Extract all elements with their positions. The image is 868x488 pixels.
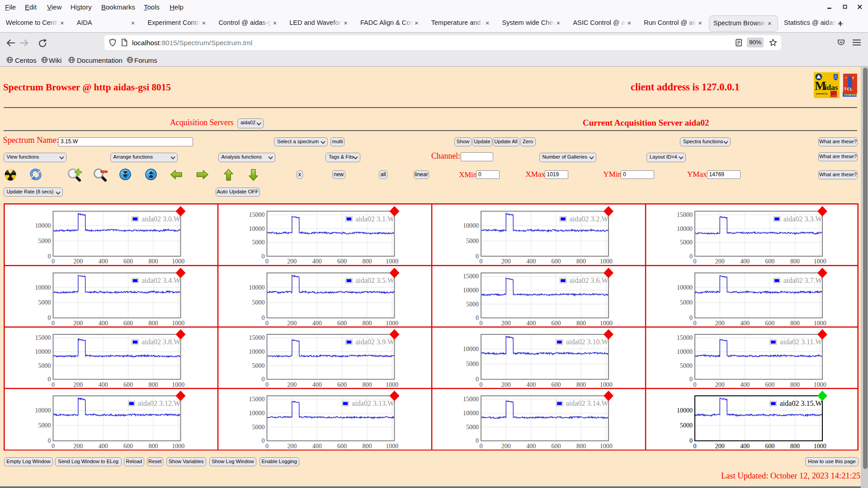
svg-text:0: 0	[479, 258, 482, 265]
svg-text:800: 800	[362, 258, 372, 265]
svg-text:200: 200	[287, 381, 297, 388]
svg-text:1000: 1000	[172, 442, 184, 449]
svg-text:400: 400	[526, 258, 536, 265]
svg-text:aida02 3.9.W: aida02 3.9.W	[355, 338, 395, 346]
svg-text:0: 0	[476, 437, 479, 444]
svg-text:600: 600	[337, 258, 347, 265]
svg-text:15000: 15000	[249, 211, 264, 218]
svg-text:600: 600	[551, 442, 561, 449]
svg-text:200: 200	[73, 442, 83, 449]
svg-text:600: 600	[123, 442, 133, 449]
svg-text:600: 600	[551, 258, 561, 265]
svg-text:0: 0	[476, 253, 479, 259]
svg-text:5000: 5000	[38, 422, 51, 429]
svg-text:200: 200	[501, 258, 510, 265]
svg-text:aida02 3.5.W: aida02 3.5.W	[355, 277, 395, 284]
svg-text:600: 600	[551, 319, 561, 326]
svg-text:600: 600	[123, 319, 133, 326]
svg-text:200: 200	[715, 319, 724, 326]
svg-text:L I N X: L I N X	[831, 95, 836, 97]
svg-text:0: 0	[265, 258, 269, 265]
svg-text:0: 0	[47, 437, 51, 444]
svg-text:10000: 10000	[35, 407, 51, 413]
svg-text:1000: 1000	[172, 319, 184, 326]
svg-text:800: 800	[148, 319, 158, 326]
svg-text:400: 400	[98, 258, 108, 265]
svg-text:800: 800	[576, 319, 585, 326]
svg-text:TCL: TCL	[844, 87, 853, 91]
svg-text:10000: 10000	[249, 348, 264, 355]
svg-text:5000: 5000	[38, 299, 51, 306]
svg-text:0: 0	[47, 376, 51, 383]
svg-text:aida02 3.6.W: aida02 3.6.W	[569, 277, 609, 284]
svg-text:10000: 10000	[249, 410, 264, 417]
svg-text:600: 600	[123, 381, 133, 388]
svg-text:5000: 5000	[466, 361, 479, 367]
svg-text:200: 200	[73, 381, 83, 388]
svg-text:10000: 10000	[249, 225, 264, 232]
svg-text:200: 200	[715, 381, 724, 388]
svg-text:400: 400	[740, 258, 750, 265]
svg-text:400: 400	[740, 381, 750, 388]
svg-text:800: 800	[790, 258, 799, 265]
svg-text:10000: 10000	[463, 410, 479, 417]
svg-text:0: 0	[261, 314, 264, 321]
svg-text:0: 0	[689, 376, 693, 383]
svg-text:10000: 10000	[677, 348, 693, 355]
svg-text:600: 600	[765, 319, 774, 326]
svg-text:5000: 5000	[38, 237, 51, 244]
svg-text:5000: 5000	[680, 422, 693, 429]
svg-text:0: 0	[476, 376, 479, 383]
svg-text:600: 600	[765, 381, 774, 388]
svg-text:800: 800	[790, 381, 799, 388]
svg-text:200: 200	[287, 258, 297, 265]
svg-text:800: 800	[148, 442, 158, 449]
svg-text:400: 400	[98, 319, 108, 326]
svg-text:200: 200	[501, 319, 510, 326]
svg-text:400: 400	[312, 442, 321, 449]
svg-text:15000: 15000	[35, 334, 51, 341]
svg-text:1000: 1000	[813, 442, 826, 449]
svg-text:aida02 3.13.W: aida02 3.13.W	[352, 399, 395, 407]
svg-text:400: 400	[740, 319, 750, 326]
svg-text:800: 800	[362, 442, 372, 449]
svg-text:15000: 15000	[249, 334, 264, 341]
svg-text:5000: 5000	[680, 362, 693, 369]
svg-text:5000: 5000	[38, 362, 51, 369]
svg-text:aida02 3.1.W: aida02 3.1.W	[355, 215, 395, 222]
svg-text:200: 200	[73, 258, 83, 265]
svg-text:0: 0	[689, 253, 693, 259]
svg-text:5000: 5000	[252, 423, 264, 430]
svg-text:aida02 3.15.W: aida02 3.15.W	[779, 399, 822, 407]
svg-text:0: 0	[265, 381, 269, 388]
svg-text:0: 0	[693, 258, 696, 265]
svg-text:600: 600	[765, 442, 774, 449]
svg-text:0: 0	[265, 442, 269, 449]
svg-text:1000: 1000	[599, 258, 612, 265]
svg-text:15000: 15000	[463, 273, 479, 280]
svg-text:600: 600	[337, 442, 347, 449]
svg-text:aida02 3.8.W: aida02 3.8.W	[142, 338, 181, 346]
svg-text:200: 200	[73, 319, 83, 326]
svg-text:15000: 15000	[249, 396, 264, 403]
svg-text:5000: 5000	[466, 423, 479, 430]
svg-text:200: 200	[501, 442, 510, 449]
svg-text:0: 0	[47, 253, 51, 259]
svg-text:400: 400	[740, 442, 750, 449]
svg-text:800: 800	[148, 381, 158, 388]
svg-text:10000: 10000	[463, 287, 479, 294]
svg-text:10000: 10000	[35, 284, 51, 291]
svg-text:200: 200	[287, 442, 297, 449]
svg-text:600: 600	[765, 258, 774, 265]
svg-text:0: 0	[261, 253, 264, 259]
svg-text:600: 600	[551, 381, 561, 388]
svg-text:1000: 1000	[386, 381, 398, 388]
svg-text:200: 200	[715, 258, 724, 265]
svg-text:10000: 10000	[35, 222, 51, 229]
svg-text:10000: 10000	[677, 225, 693, 232]
svg-text:0: 0	[479, 319, 482, 326]
svg-text:10000: 10000	[677, 284, 693, 291]
svg-text:0: 0	[479, 381, 482, 388]
svg-text:1000: 1000	[172, 381, 184, 388]
svg-text:400: 400	[98, 381, 108, 388]
